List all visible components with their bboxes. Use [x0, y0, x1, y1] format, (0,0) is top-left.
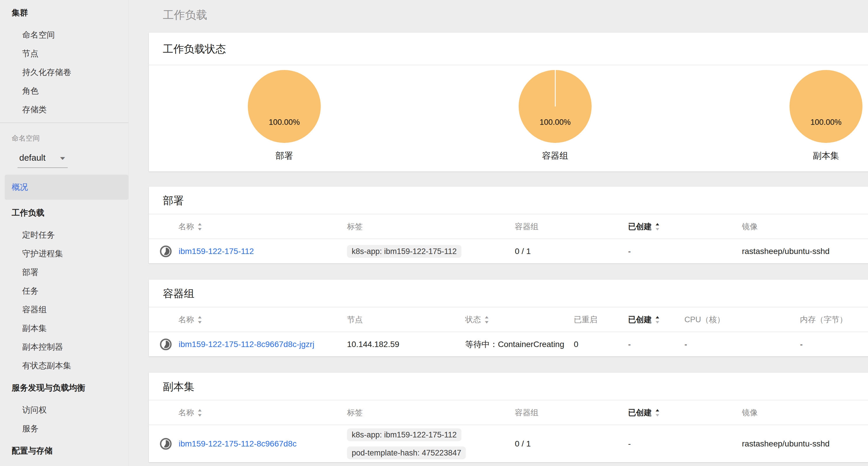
- pod-memory-cell: -: [800, 340, 868, 349]
- sidebar-item-roles[interactable]: 角色: [0, 82, 128, 100]
- column-header-cpu: CPU（核）: [684, 314, 800, 325]
- column-header-memory: 内存（字节）: [800, 314, 868, 325]
- column-header-name[interactable]: 名称▲▼: [149, 407, 347, 418]
- pod-created-cell: -: [628, 340, 684, 349]
- pod-restarts-cell: 0: [574, 340, 628, 349]
- column-header-node: 节点: [347, 314, 465, 325]
- column-header-images: 镜像: [742, 221, 868, 232]
- in-progress-icon: [159, 437, 172, 450]
- sidebar-item-jobs[interactable]: 任务: [0, 282, 128, 300]
- replica-sets-table-header: 名称▲▼ 标签 容器组 已创建▲▼ 镜像: [149, 400, 868, 425]
- column-header-created[interactable]: 已创建▲▼: [628, 407, 742, 418]
- deployments-card-title: 部署: [149, 187, 868, 214]
- main-content: 工作负载 工作负载状态 100.00% 部署 100.00% 容器组 100.0…: [128, 0, 868, 466]
- pie-category-label: 副本集: [690, 150, 868, 162]
- replica-set-pods-cell: 0 / 1: [515, 439, 628, 448]
- sort-icon[interactable]: ▲▼: [485, 315, 489, 325]
- replica-set-name-link[interactable]: ibm159-122-175-112-8c9667d8c: [179, 439, 297, 448]
- label-chip: pod-template-hash: 475223847: [347, 446, 466, 459]
- sidebar-item-storage-classes[interactable]: 存储类: [0, 100, 128, 119]
- pod-cpu-cell: -: [684, 340, 800, 349]
- cluster-nav: 命名空间 节点 持久化存储卷 角色 存储类: [0, 26, 128, 119]
- pods-table-header: 名称▲▼ 节点 状态▲▼ 已重启 已创建▲▼ CPU（核） 内存（字节）: [149, 307, 868, 332]
- pie-col-replica-sets: 100.00% 副本集: [690, 65, 868, 171]
- column-header-restarts: 已重启: [574, 314, 628, 325]
- column-header-labels: 标签: [347, 221, 515, 232]
- sidebar-item-nodes[interactable]: 节点: [0, 44, 128, 63]
- column-header-created[interactable]: 已创建▲▼: [628, 221, 742, 232]
- column-header-pods: 容器组: [515, 407, 628, 418]
- sidebar-item-pods[interactable]: 容器组: [0, 300, 128, 319]
- workload-status-card: 工作负载状态 100.00% 部署 100.00% 容器组 100.00% 副本…: [149, 33, 868, 171]
- pie-percent-label: 100.00%: [248, 118, 321, 127]
- pie-category-label: 容器组: [420, 150, 690, 162]
- column-header-labels: 标签: [347, 407, 515, 418]
- pod-node-cell: 10.144.182.59: [347, 340, 465, 349]
- column-header-name[interactable]: 名称▲▼: [149, 314, 347, 325]
- sidebar-item-replica-sets[interactable]: 副本集: [0, 319, 128, 338]
- deployments-table-header: 名称▲▼ 标签 容器组 已创建▲▼ 镜像: [149, 214, 868, 239]
- sort-icon[interactable]: ▲▼: [197, 315, 202, 325]
- sidebar-item-persistent-volumes[interactable]: 持久化存储卷: [0, 63, 128, 82]
- sidebar-item-cron-jobs[interactable]: 定时任务: [0, 226, 128, 244]
- in-progress-icon: [159, 245, 172, 258]
- sort-icon[interactable]: ▲▼: [655, 222, 660, 232]
- sidebar-section-workloads[interactable]: 工作负载: [0, 204, 128, 222]
- pie-col-deployments: 100.00% 部署: [149, 65, 420, 171]
- sidebar-item-stateful-sets[interactable]: 有状态副本集: [0, 356, 128, 375]
- sidebar-item-overview[interactable]: 概况: [5, 175, 128, 200]
- sidebar-section-discovery[interactable]: 服务发现与负载均衡: [0, 378, 128, 397]
- replica-sets-card: 副本集 名称▲▼ 标签 容器组 已创建▲▼ 镜像 ibm159-122-175-…: [149, 373, 868, 462]
- label-chip: k8s-app: ibm159-122-175-112: [347, 428, 461, 441]
- sort-icon[interactable]: ▲▼: [197, 222, 202, 232]
- namespace-label: 命名空间: [0, 131, 128, 145]
- dropdown-caret-icon: ▼: [58, 151, 66, 166]
- sidebar-section-config[interactable]: 配置与存储: [0, 441, 128, 460]
- sidebar-item-daemon-sets[interactable]: 守护进程集: [0, 244, 128, 263]
- sidebar: 集群 命名空间 节点 持久化存储卷 角色 存储类 命名空间 default ▼ …: [0, 0, 129, 466]
- workload-status-pies: 100.00% 部署 100.00% 容器组 100.00% 副本集: [149, 65, 868, 171]
- namespace-select-value: default: [18, 153, 45, 162]
- pie-chart-replica-sets: 100.00%: [789, 70, 863, 143]
- sidebar-item-ingresses[interactable]: 访问权: [0, 401, 128, 419]
- column-header-created[interactable]: 已创建▲▼: [628, 314, 684, 325]
- table-row-deployment: ibm159-122-175-112 k8s-app: ibm159-122-1…: [149, 238, 868, 263]
- pod-status-cell: 等待中：ContainerCreating: [465, 339, 574, 350]
- column-header-images: 镜像: [742, 407, 868, 418]
- pie-percent-label: 100.00%: [519, 118, 592, 127]
- sidebar-item-namespaces[interactable]: 命名空间: [0, 26, 128, 44]
- pie-percent-label: 100.00%: [789, 118, 863, 127]
- pie-col-pods: 100.00% 容器组: [420, 65, 690, 171]
- pie-category-label: 部署: [149, 150, 420, 162]
- column-header-status[interactable]: 状态▲▼: [465, 314, 574, 325]
- pods-card-title: 容器组: [149, 280, 868, 307]
- sidebar-item-deployments[interactable]: 部署: [0, 263, 128, 282]
- sort-icon[interactable]: ▲▼: [655, 315, 660, 325]
- pods-card: 容器组 名称▲▼ 节点 状态▲▼ 已重启 已创建▲▼ CPU（核） 内存（字节）…: [149, 280, 868, 356]
- replica-sets-card-title: 副本集: [149, 373, 868, 400]
- deployment-pods-cell: 0 / 1: [515, 247, 628, 256]
- sidebar-divider: [0, 123, 128, 123]
- replica-set-images-cell: rastasheep/ubuntu-sshd: [742, 439, 868, 448]
- workload-status-card-title: 工作负载状态: [149, 33, 868, 65]
- sidebar-item-services[interactable]: 服务: [0, 419, 128, 438]
- column-header-pods: 容器组: [515, 221, 628, 232]
- pie-chart-deployments: 100.00%: [248, 70, 321, 143]
- sort-icon[interactable]: ▲▼: [197, 408, 202, 418]
- sidebar-section-cluster[interactable]: 集群: [0, 3, 128, 22]
- sidebar-item-replication-controllers[interactable]: 副本控制器: [0, 338, 128, 356]
- deployment-images-cell: rastasheep/ubuntu-sshd: [742, 247, 868, 256]
- replica-set-created-cell: -: [628, 439, 742, 448]
- deployment-name-link[interactable]: ibm159-122-175-112: [179, 247, 254, 256]
- namespace-select[interactable]: default ▼: [18, 149, 68, 168]
- column-header-name[interactable]: 名称▲▼: [149, 221, 347, 232]
- pie-segment-boundary: [555, 70, 556, 106]
- in-progress-icon: [159, 338, 172, 351]
- sort-icon[interactable]: ▲▼: [655, 408, 660, 418]
- table-row-pod: ibm159-122-175-112-8c9667d8c-jgzrj 10.14…: [149, 332, 868, 356]
- deployments-card: 部署 名称▲▼ 标签 容器组 已创建▲▼ 镜像 ibm159-122-175-1…: [149, 187, 868, 263]
- pod-name-link[interactable]: ibm159-122-175-112-8c9667d8c-jgzrj: [179, 340, 314, 349]
- pie-chart-pods: 100.00%: [519, 70, 592, 143]
- table-row-replica-set: ibm159-122-175-112-8c9667d8c k8s-app: ib…: [149, 425, 868, 462]
- page-title: 工作负载: [149, 0, 868, 25]
